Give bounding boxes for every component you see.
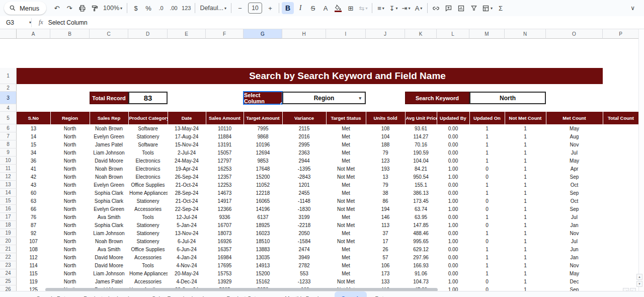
table-cell[interactable]: May (546, 269, 603, 277)
table-cell[interactable]: Tools (128, 148, 168, 157)
table-cell[interactable]: Stationery (128, 132, 168, 140)
table-cell[interactable]: Sep (546, 205, 603, 213)
table-cell[interactable] (603, 253, 639, 261)
column-header-M[interactable]: M (469, 29, 505, 39)
table-cell[interactable]: 629.12 (405, 245, 437, 253)
table-cell[interactable]: 9336 (206, 213, 244, 221)
table-cell[interactable]: 13191 (206, 140, 244, 148)
table-cell[interactable]: 0.00 (437, 157, 469, 165)
column-header-L[interactable]: L (437, 29, 469, 39)
table-cell[interactable]: Evelyn Green (90, 205, 128, 213)
table-cell[interactable]: 1.00 (437, 197, 469, 205)
row-header-8[interactable]: 8 (0, 140, 17, 148)
print-button[interactable] (76, 2, 88, 14)
table-cell[interactable]: May (546, 124, 603, 132)
table-cell[interactable]: 1 (505, 181, 546, 189)
italic-button[interactable]: I (294, 2, 306, 14)
table-cell[interactable] (603, 221, 639, 229)
column-header-cell[interactable]: Region (50, 112, 90, 124)
add-sheet-button[interactable]: ＋ (7, 294, 14, 297)
table-cell[interactable] (603, 237, 639, 245)
table-cell[interactable] (603, 261, 639, 269)
table-cell[interactable]: 15753 (206, 269, 244, 277)
table-cell[interactable]: 1 (469, 229, 505, 237)
table-cell[interactable]: -2843 (282, 173, 326, 181)
table-cell[interactable]: Met (326, 261, 366, 269)
font-size-input[interactable]: 10 (248, 3, 262, 14)
table-cell[interactable]: Sep (546, 189, 603, 197)
table-cell[interactable]: 0 (469, 237, 505, 245)
total-record-label-cell[interactable]: Total Record (90, 92, 128, 104)
table-cell[interactable]: 19-Apr-24 (168, 165, 206, 173)
table-cell[interactable]: 0 (469, 197, 505, 205)
row-header-17[interactable]: 17 (0, 213, 17, 221)
table-cell[interactable]: 41 (17, 165, 50, 173)
table-cell[interactable]: 1 (505, 213, 546, 221)
table-cell[interactable]: 0 (469, 165, 505, 173)
column-header-cell[interactable]: Updated By (437, 112, 469, 124)
column-header-cell[interactable]: Sales Rep (90, 112, 128, 124)
table-cell[interactable]: 1 (505, 124, 546, 132)
row-header-18[interactable]: 18 (0, 221, 17, 229)
table-cell[interactable]: 1.00 (437, 165, 469, 173)
table-cell[interactable]: 13 (366, 173, 405, 181)
table-cell[interactable]: Not Met (326, 165, 366, 173)
table-cell[interactable]: North (50, 189, 90, 197)
table-cell[interactable]: 17 (366, 237, 405, 245)
table-cell[interactable]: 21-Oct-24 (168, 181, 206, 189)
column-header-cell[interactable]: Met Count (546, 112, 603, 124)
table-cell[interactable]: North (50, 245, 90, 253)
table-cell[interactable]: Not Met (326, 173, 366, 181)
table-cell[interactable]: Met (326, 124, 366, 132)
table-cell[interactable]: North (50, 132, 90, 140)
table-cell[interactable]: 1 (469, 140, 505, 148)
table-cell[interactable]: 1 (505, 165, 546, 173)
table-cell[interactable]: 190.59 (405, 148, 437, 157)
table-cell[interactable]: 173 (366, 269, 405, 277)
redo-button[interactable]: ↷ (63, 2, 75, 14)
table-cell[interactable]: 42 (17, 173, 50, 181)
table-cell[interactable]: 1 (505, 197, 546, 205)
table-cell[interactable]: 1 (505, 157, 546, 165)
table-cell[interactable]: 0.00 (437, 269, 469, 277)
row-header-10[interactable]: 10 (0, 157, 17, 165)
strikethrough-button[interactable]: S (307, 2, 319, 14)
select-column-label-cell[interactable]: Select Column (244, 92, 282, 104)
table-cell[interactable]: 115 (17, 269, 50, 277)
table-cell[interactable]: 18073 (206, 229, 244, 237)
more-formats-button[interactable]: 123 (180, 2, 192, 14)
table-cell[interactable]: Stationery (128, 197, 168, 205)
column-header-K[interactable]: K (405, 29, 437, 39)
table-cell[interactable]: 2016 (282, 132, 326, 140)
table-cell[interactable]: Ava Smith (90, 245, 128, 253)
table-cell[interactable]: 1 (505, 237, 546, 245)
table-cell[interactable]: 63.95 (405, 213, 437, 221)
text-wrap-button[interactable]: ⇥ ▾ (400, 2, 412, 14)
table-cell[interactable]: North (50, 221, 90, 229)
column-header-O[interactable]: O (546, 29, 603, 39)
table-cell[interactable]: Met (326, 181, 366, 189)
table-cell[interactable]: Not Met (326, 237, 366, 245)
table-cell[interactable]: 2474 (282, 245, 326, 253)
table-cell[interactable]: Evelyn Green (90, 132, 128, 140)
table-cell[interactable]: 3199 (282, 213, 326, 221)
table-cell[interactable]: 12-Jul-24 (168, 213, 206, 221)
table-cell[interactable]: 14917 (206, 197, 244, 205)
table-cell[interactable]: May (546, 157, 603, 165)
table-cell[interactable]: 37 (366, 229, 405, 237)
table-cell[interactable]: Met (326, 229, 366, 237)
table-cell[interactable]: 70.16 (405, 140, 437, 148)
table-cell[interactable]: 17695 (206, 261, 244, 269)
select-all-corner[interactable] (0, 29, 17, 39)
table-cell[interactable] (603, 132, 639, 140)
table-cell[interactable]: 21-Oct-24 (168, 197, 206, 205)
table-cell[interactable]: 17648 (244, 165, 282, 173)
table-cell[interactable]: 79 (366, 148, 405, 157)
column-header-G[interactable]: G (244, 29, 282, 39)
scroll-down-button[interactable]: ▼ (636, 281, 642, 287)
table-cell[interactable]: 16065 (244, 197, 282, 205)
table-cell[interactable]: 1 (469, 261, 505, 269)
table-cell[interactable]: 1 (469, 157, 505, 165)
table-cell[interactable]: Jun (546, 245, 603, 253)
column-header-cell[interactable]: Total Count (603, 112, 639, 124)
